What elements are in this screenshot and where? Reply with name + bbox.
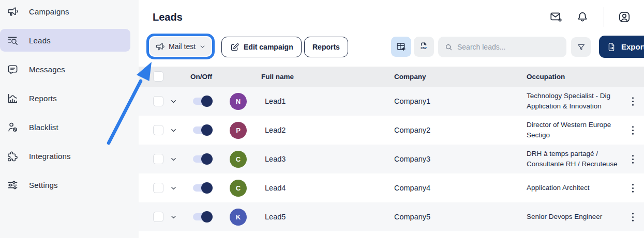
- export-icon: [606, 42, 617, 52]
- reports-button-label: Reports: [312, 43, 340, 51]
- on-off-toggle[interactable]: [193, 153, 213, 165]
- column-header-full-name[interactable]: Full name: [261, 67, 294, 87]
- campaign-dropdown-label: Mail test: [169, 42, 196, 51]
- sidebar-item-label: Settings: [29, 181, 58, 189]
- bell-icon[interactable]: [576, 10, 589, 24]
- row-menu-button[interactable]: [628, 153, 637, 165]
- edit-icon: [230, 42, 239, 52]
- occupation-line: Director of Western Europe: [527, 120, 634, 130]
- row-menu-button[interactable]: [628, 95, 637, 107]
- expand-chevron-icon[interactable]: [170, 155, 177, 163]
- page-title: Leads: [153, 11, 183, 23]
- row-menu-button[interactable]: [628, 124, 637, 136]
- sidebar-item-reports[interactable]: Reports: [0, 87, 130, 109]
- expand-chevron-icon[interactable]: [170, 184, 177, 192]
- sidebar-item-label: Reports: [29, 94, 57, 103]
- row-checkbox[interactable]: [153, 96, 163, 106]
- message-icon: [7, 64, 19, 75]
- export-data-button[interactable]: Export data: [599, 36, 644, 58]
- on-off-toggle[interactable]: [193, 182, 213, 194]
- expand-chevron-icon[interactable]: [170, 213, 177, 221]
- filter-button[interactable]: [571, 37, 591, 57]
- on-off-toggle[interactable]: [193, 96, 213, 107]
- lead-name: Lead3: [265, 145, 286, 173]
- table-view-toggle-button[interactable]: [391, 37, 411, 57]
- column-header-onoff[interactable]: On/Off: [190, 67, 212, 87]
- on-off-toggle[interactable]: [193, 211, 213, 223]
- column-header-company[interactable]: Company: [394, 67, 426, 87]
- header-divider: [604, 7, 604, 27]
- puzzle-icon: [7, 150, 19, 162]
- table-columns-icon: [396, 41, 407, 52]
- row-menu-button[interactable]: [628, 211, 637, 223]
- table-row: P Lead2 Company2 Director of Western Eur…: [139, 116, 644, 145]
- svg-text:CSV: CSV: [421, 46, 427, 50]
- lead-company: Company3: [394, 145, 430, 173]
- row-checkbox[interactable]: [153, 183, 163, 193]
- leads-search-icon: [7, 35, 19, 46]
- csv-file-icon: CSV: [418, 41, 429, 52]
- lead-name: Lead1: [265, 87, 286, 116]
- row-checkbox[interactable]: [153, 212, 163, 222]
- expand-chevron-icon[interactable]: [170, 126, 177, 134]
- reports-button[interactable]: Reports: [304, 37, 348, 57]
- sliders-icon: [7, 179, 19, 191]
- export-data-label: Export data: [621, 42, 644, 51]
- table-row: K Lead5 Company5 Senior Devops Engineer: [139, 202, 644, 231]
- megaphone-icon: [7, 6, 19, 18]
- sidebar-item-leads[interactable]: Leads: [0, 29, 130, 52]
- table-header-row: On/Off Full name Company Occupation: [139, 67, 644, 87]
- on-off-toggle[interactable]: [193, 124, 213, 136]
- lead-occupation: Application Architect: [527, 173, 634, 202]
- account-icon[interactable]: [618, 10, 631, 24]
- select-all-checkbox[interactable]: [153, 71, 163, 82]
- column-header-occupation[interactable]: Occupation: [527, 67, 565, 87]
- avatar: K: [230, 209, 247, 226]
- edit-campaign-label: Edit campaign: [244, 43, 293, 51]
- table-row: C Lead4 Company4 Application Architect: [139, 173, 644, 202]
- search-input[interactable]: [457, 43, 560, 51]
- sidebar-item-messages[interactable]: Messages: [0, 58, 130, 81]
- expand-chevron-icon[interactable]: [170, 98, 177, 105]
- row-checkbox[interactable]: [153, 125, 163, 135]
- avatar: C: [230, 180, 247, 197]
- csv-export-view-button[interactable]: CSV: [414, 37, 434, 57]
- sidebar-item-label: Integrations: [29, 152, 71, 161]
- filter-icon: [576, 42, 586, 52]
- megaphone-icon: [155, 42, 165, 52]
- avatar: P: [230, 122, 247, 139]
- lead-occupation: Director of Western EuropeSectigo: [527, 116, 634, 145]
- lead-occupation: DRH à temps partagé /Consultante RH / Re…: [527, 145, 634, 173]
- sidebar-item-label: Blacklist: [29, 123, 58, 132]
- lead-name: Lead4: [265, 173, 286, 202]
- lead-name: Lead5: [265, 202, 286, 231]
- leads-app-window: Campaigns Leads Messages Reports Blackli…: [0, 0, 644, 238]
- table-row: N Lead1 Company1 Technology Specialist -…: [139, 87, 644, 116]
- main-content: Leads Mail test Edit campaign Reports: [139, 0, 644, 238]
- row-checkbox[interactable]: [153, 154, 163, 164]
- lead-company: Company5: [394, 202, 430, 231]
- sidebar-item-blacklist[interactable]: Blacklist: [0, 116, 130, 138]
- edit-campaign-button[interactable]: Edit campaign: [221, 37, 302, 57]
- lead-company: Company4: [394, 173, 430, 202]
- lead-company: Company1: [394, 87, 430, 116]
- occupation-line: Application Architect: [527, 183, 634, 193]
- sidebar-item-settings[interactable]: Settings: [0, 173, 130, 196]
- sidebar-item-integrations[interactable]: Integrations: [0, 145, 130, 167]
- mail-plus-icon[interactable]: [549, 10, 563, 24]
- occupation-line: Sectigo: [527, 130, 634, 140]
- occupation-line: Senior Devops Engineer: [527, 212, 634, 222]
- occupation-line: Consultante RH / Recruteuse: [527, 159, 634, 169]
- row-menu-button[interactable]: [628, 182, 637, 194]
- occupation-line: DRH à temps partagé /: [527, 149, 634, 159]
- chart-icon: [7, 92, 19, 104]
- campaign-dropdown-button[interactable]: Mail test: [150, 37, 211, 56]
- user-block-icon: [7, 121, 19, 133]
- chevron-down-icon: [199, 43, 206, 50]
- lead-occupation: Senior Devops Engineer: [527, 202, 634, 231]
- table-row: C Lead3 Company3 DRH à temps partagé /Co…: [139, 145, 644, 173]
- sidebar-item-label: Campaigns: [29, 7, 69, 16]
- search-icon: [444, 43, 453, 52]
- annotation-highlight: Mail test: [146, 34, 215, 59]
- sidebar-item-campaigns[interactable]: Campaigns: [0, 0, 130, 23]
